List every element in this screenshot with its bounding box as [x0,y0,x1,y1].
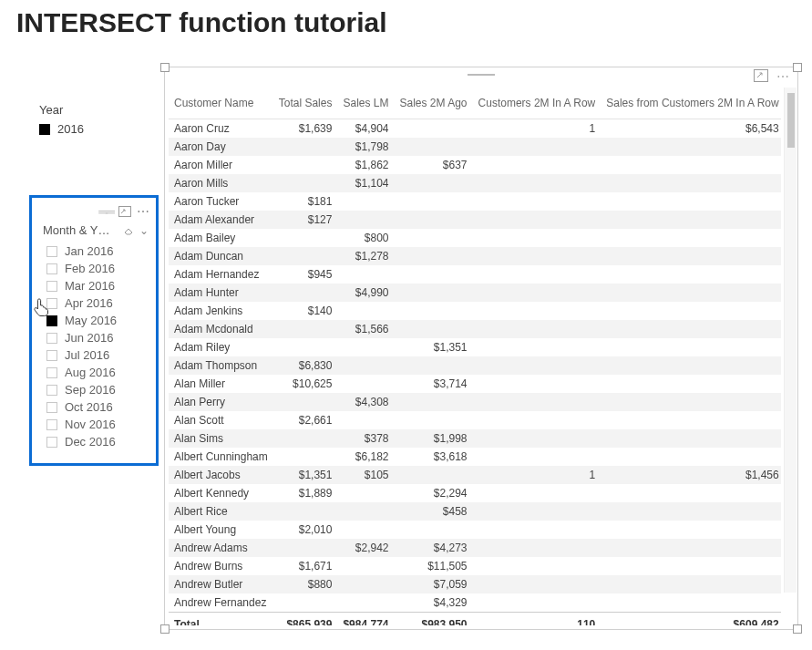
checkbox-icon[interactable] [46,419,57,430]
checkbox-icon[interactable] [46,246,57,257]
cell-value [473,593,601,613]
checkbox-icon[interactable] [46,333,57,344]
cell-value [473,156,601,174]
table-row[interactable]: Andrew Burns$1,671$11,505 [169,557,781,575]
more-options-icon[interactable]: ⋯ [776,69,790,84]
cell-value [601,575,781,593]
table-row[interactable]: Aaron Mills$1,104 [169,174,781,192]
slicer-option[interactable]: Sep 2016 [37,381,150,398]
table-row[interactable]: Aaron Day$1,798 [169,138,781,156]
clear-selection-icon[interactable] [123,225,134,236]
slicer-option[interactable]: Apr 2016 [37,294,150,312]
table-row[interactable]: Adam Mcdonald$1,566 [169,320,781,338]
slicer-option-label: Nov 2016 [65,418,116,431]
table-row[interactable]: Adam Hernandez$945 [169,265,781,284]
slicer-option[interactable]: Nov 2016 [37,416,150,433]
slicer-option-label: Jul 2016 [65,348,109,362]
table-row[interactable]: Alan Scott$2,661 [169,411,781,429]
checkbox-icon[interactable] [46,402,57,413]
cell-value: $1,798 [337,138,394,156]
table-row[interactable]: Aaron Tucker$181 [169,192,781,211]
cell-value: $1,351 [395,338,473,356]
focus-mode-icon[interactable] [754,69,768,85]
table-row[interactable]: Andrew Fernandez$4,329 [169,593,781,613]
table-row[interactable]: Alan Miller$10,625$3,714 [169,375,781,393]
slicer-option[interactable]: Aug 2016 [37,364,150,381]
table-row[interactable]: Adam Bailey$800 [169,229,781,247]
column-header[interactable]: Total Sales [273,88,338,119]
slicer-option[interactable]: Jul 2016 [37,346,150,364]
drag-grip-icon[interactable] [468,74,495,76]
checkbox-icon[interactable] [46,281,57,292]
table-row[interactable]: Adam Alexander$127 [169,211,781,229]
table-row[interactable]: Aaron Miller$1,862$637 [169,156,781,174]
column-header[interactable]: Sales from Customers 2M In A Row [601,88,781,119]
slicer-option[interactable]: Oct 2016 [37,398,150,416]
cell-customer-name: Albert Young [169,521,273,539]
column-header[interactable]: Sales 2M Ago [395,88,473,119]
column-header[interactable]: Customers 2M In A Row [473,88,601,119]
table-row[interactable]: Albert Kennedy$1,889$2,294 [169,484,781,502]
table-row[interactable]: Aaron Cruz$1,639$4,9041$6,543 [169,119,781,139]
slicer-option[interactable]: May 2016 [37,312,150,329]
visual-header: ⋯ [165,67,797,86]
table-row[interactable]: Adam Thompson$6,830 [169,356,781,375]
focus-mode-icon[interactable] [118,206,131,217]
table-row[interactable]: Albert Jacobs$1,351$1051$1,456 [169,466,781,484]
vertical-scrollbar[interactable] [784,88,797,593]
cell-value [395,192,473,211]
checkbox-icon[interactable] [46,263,57,274]
slicer-option-label: Mar 2016 [65,279,115,293]
cell-value [601,521,781,539]
cell-value [395,411,473,429]
table-row[interactable]: Alan Sims$378$1,998 [169,429,781,448]
cell-value [601,502,781,521]
cell-value: $1,456 [601,466,781,484]
checkbox-icon[interactable] [46,315,57,326]
table-row[interactable]: Andrew Butler$880$7,059 [169,575,781,593]
checkbox-icon[interactable] [46,367,57,378]
slicer-header[interactable]: Month & Y… ⌄ [37,220,150,242]
year-slicer[interactable]: Year 2016 [39,103,84,136]
cell-value [601,192,781,211]
slicer-option[interactable]: Jan 2016 [37,242,150,260]
table-row[interactable]: Adam Hunter$4,990 [169,284,781,302]
cell-value [473,302,601,320]
column-header[interactable]: Sales LM [337,88,394,119]
resize-handle-icon[interactable] [793,624,802,634]
month-slicer[interactable]: ══ ⋯ Month & Y… ⌄ Jan 2016Feb 2016Mar 20… [29,195,159,466]
cell-value [473,575,601,593]
slicer-option[interactable]: Dec 2016 [37,433,150,450]
cell-value [473,192,601,211]
slicer-option[interactable]: Jun 2016 [37,329,150,346]
cell-value [473,448,601,466]
checkbox-icon[interactable] [46,385,57,396]
year-slicer-item[interactable]: 2016 [39,122,84,136]
table-row[interactable]: Albert Young$2,010 [169,521,781,539]
chevron-down-icon[interactable]: ⌄ [139,224,149,237]
table-row[interactable]: Adam Riley$1,351 [169,338,781,356]
slicer-option[interactable]: Mar 2016 [37,277,150,294]
table-row[interactable]: Adam Duncan$1,278 [169,247,781,265]
cell-value [395,466,473,484]
checkbox-icon[interactable] [46,298,57,309]
scrollbar-thumb[interactable] [787,93,795,148]
drag-grip-icon[interactable]: ══ [98,204,113,219]
table-row[interactable]: Albert Rice$458 [169,502,781,521]
resize-handle-icon[interactable] [160,624,170,634]
slicer-option[interactable]: Feb 2016 [37,260,150,277]
table-row[interactable]: Albert Cunningham$6,182$3,618 [169,448,781,466]
table-row[interactable]: Alan Perry$4,308 [169,393,781,411]
cell-value [473,247,601,265]
cell-customer-name: Andrew Fernandez [169,593,273,613]
table-header-row[interactable]: Customer Name Total Sales Sales LM Sales… [169,88,781,119]
table-row[interactable]: Andrew Adams$2,942$4,273 [169,539,781,557]
table-row[interactable]: Adam Jenkins$140 [169,302,781,320]
data-table[interactable]: Customer Name Total Sales Sales LM Sales… [169,88,781,625]
column-header[interactable]: Customer Name [169,88,273,119]
table-visual[interactable]: ⋯ Customer Name Total Sales Sales LM Sal… [164,67,798,630]
slicer-option-label: Feb 2016 [65,262,115,275]
checkbox-icon[interactable] [46,437,57,448]
checkbox-icon[interactable] [46,350,57,361]
more-options-icon[interactable]: ⋯ [137,204,150,219]
